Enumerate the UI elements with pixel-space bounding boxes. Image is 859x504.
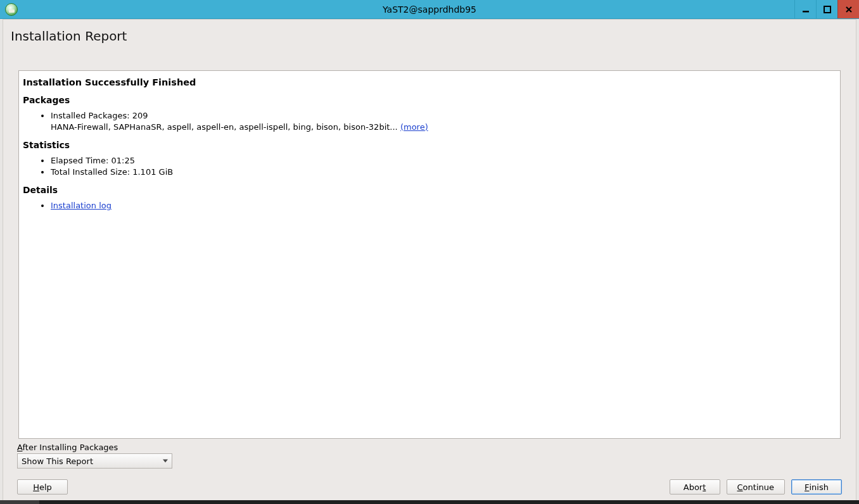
packages-heading: Packages	[23, 95, 836, 105]
installation-log-item: Installation log	[51, 200, 836, 211]
taskbar-strip	[0, 500, 859, 504]
more-link[interactable]: (more)	[400, 122, 428, 132]
window-title: YaST2@sapprdhdb95	[0, 4, 859, 15]
installed-packages-count: Installed Packages: 209	[51, 111, 148, 120]
button-row: Help Abort Continue Finish	[17, 479, 842, 495]
details-heading: Details	[23, 185, 836, 195]
installed-packages-item: Installed Packages: 209 HANA-Firewall, S…	[51, 110, 836, 132]
after-installing-selected: Show This Report	[22, 457, 93, 466]
continue-accel: C	[737, 482, 743, 492]
installed-packages-text: HANA-Firewall, SAPHanaSR, aspell, aspell…	[51, 122, 400, 132]
status-heading: Installation Successfully Finished	[23, 77, 836, 87]
abort-accel: t	[703, 482, 706, 492]
help-button[interactable]: Help	[17, 479, 68, 495]
after-label-rest: fter Installing Packages	[22, 443, 118, 452]
help-accel: H	[33, 482, 39, 492]
abort-pre: Abor	[684, 482, 703, 492]
chevron-down-icon	[163, 460, 168, 463]
installation-log-link[interactable]: Installation log	[51, 201, 111, 210]
continue-rest: ontinue	[743, 482, 774, 492]
report-panel: Installation Successfully Finished Packa…	[18, 70, 841, 439]
close-button[interactable]	[837, 0, 859, 18]
client-area: Installation Report Installation Success…	[3, 19, 856, 501]
finish-accel: F	[805, 482, 809, 492]
continue-button[interactable]: Continue	[727, 479, 785, 495]
total-size-item: Total Installed Size: 1.101 GiB	[51, 167, 836, 178]
finish-rest: inish	[810, 482, 829, 492]
statistics-heading: Statistics	[23, 140, 836, 150]
bottom-area: After Installing Packages Show This Repo…	[17, 443, 842, 495]
page-title: Installation Report	[3, 20, 856, 50]
minimize-button[interactable]	[794, 0, 816, 18]
elapsed-time-item: Elapsed Time: 01:25	[51, 155, 836, 167]
help-rest: elp	[39, 482, 52, 492]
abort-button[interactable]: Abort	[670, 479, 720, 495]
close-icon	[845, 6, 853, 13]
svg-rect-1	[824, 6, 830, 13]
window-titlebar: YaST2@sapprdhdb95	[0, 0, 859, 19]
yast-icon	[5, 3, 18, 16]
window-controls	[794, 0, 859, 18]
maximize-button[interactable]	[816, 0, 837, 18]
after-installing-label: After Installing Packages	[17, 443, 842, 452]
installed-packages-list: HANA-Firewall, SAPHanaSR, aspell, aspell…	[51, 122, 836, 133]
after-installing-select[interactable]: Show This Report	[17, 453, 172, 469]
minimize-icon	[802, 6, 810, 13]
finish-button[interactable]: Finish	[791, 479, 842, 495]
svg-rect-0	[803, 11, 809, 13]
maximize-icon	[824, 6, 831, 13]
